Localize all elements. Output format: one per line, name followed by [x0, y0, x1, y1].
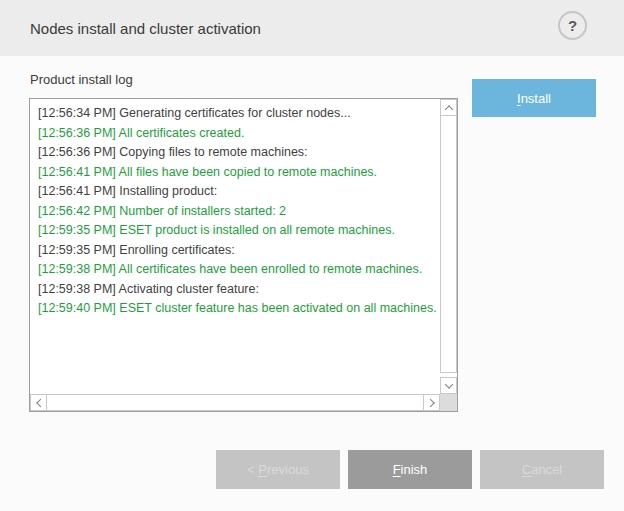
page-title: Nodes install and cluster activation	[30, 0, 261, 56]
chevron-right-icon	[426, 398, 434, 406]
log-line: [12:56:41 PM] All files have been copied…	[38, 163, 439, 183]
vertical-scrollbar-thumb[interactable]	[440, 115, 457, 373]
log-line: [12:56:42 PM] Number of installers start…	[38, 202, 439, 222]
scroll-up-button[interactable]	[440, 99, 457, 116]
scrollbar-corner	[440, 394, 457, 411]
log-line: [12:59:38 PM] Activating cluster feature…	[38, 280, 439, 300]
log-label: Product install log	[30, 72, 133, 87]
wizard-dialog: Nodes install and cluster activation ? P…	[0, 0, 624, 511]
previous-button[interactable]: < Previous	[216, 450, 340, 489]
dialog-header: Nodes install and cluster activation ?	[0, 0, 624, 56]
log-line: [12:56:36 PM] All certificates created.	[38, 124, 439, 144]
cancel-button[interactable]: Cancel	[480, 450, 604, 489]
log-line: [12:59:38 PM] All certificates have been…	[38, 260, 439, 280]
help-button[interactable]: ?	[558, 11, 587, 40]
install-button[interactable]: Install	[472, 79, 596, 117]
log-lines: [12:56:34 PM] Generating certificates fo…	[30, 99, 440, 394]
log-line: [12:59:40 PM] ESET cluster feature has b…	[38, 299, 439, 319]
log-line: [12:56:41 PM] Installing product:	[38, 182, 439, 202]
log-box: [12:56:34 PM] Generating certificates fo…	[29, 98, 458, 412]
chevron-up-icon	[444, 105, 452, 113]
finish-button[interactable]: Finish	[348, 450, 472, 489]
log-line: [12:56:36 PM] Copying files to remote ma…	[38, 143, 439, 163]
chevron-left-icon	[36, 398, 44, 406]
scroll-down-button[interactable]	[440, 377, 457, 394]
log-line: [12:56:34 PM] Generating certificates fo…	[38, 104, 439, 124]
vertical-scrollbar[interactable]	[440, 99, 457, 394]
scroll-right-button[interactable]	[423, 394, 440, 411]
horizontal-scrollbar-thumb[interactable]	[47, 394, 423, 411]
log-line: [12:59:35 PM] Enrolling certificates:	[38, 241, 439, 261]
question-mark-icon: ?	[568, 17, 577, 34]
chevron-down-icon	[444, 380, 452, 388]
horizontal-scrollbar[interactable]	[30, 394, 440, 411]
log-line: [12:59:35 PM] ESET product is installed …	[38, 221, 439, 241]
scroll-left-button[interactable]	[30, 394, 47, 411]
